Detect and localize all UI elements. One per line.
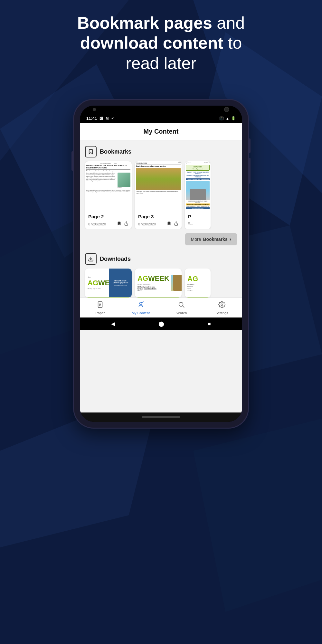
hero-text: Bookmark pages and download content to r… bbox=[0, 13, 322, 73]
wifi-icon: ▲ bbox=[226, 117, 229, 120]
downloads-header: Downloads bbox=[80, 253, 242, 269]
more-bold-label: Bookmarks bbox=[203, 237, 227, 242]
nav-label-paper: Paper bbox=[95, 311, 105, 315]
nav-label-settings: Settings bbox=[215, 311, 228, 315]
more-bookmarks-button[interactable]: More Bookmarks › bbox=[185, 233, 237, 245]
volume-button bbox=[71, 151, 73, 171]
volume-button-right bbox=[249, 158, 251, 184]
nav-item-my-content[interactable]: My Content bbox=[120, 298, 161, 317]
bookmark-icon bbox=[85, 146, 97, 157]
card-date-2: 07/20/2020 bbox=[138, 222, 156, 226]
card-meta-2: 07/20/2020 bbox=[138, 221, 178, 227]
status-bar: 11:41 🖼 M ✓ 📳 ▲ 🔋 bbox=[80, 113, 242, 123]
search-icon bbox=[178, 301, 185, 310]
bookmarks-header: Bookmarks bbox=[80, 146, 242, 161]
card-body-1: Page 2 07/20/2020 bbox=[85, 211, 132, 229]
svg-point-19 bbox=[221, 304, 223, 306]
card-actions-1 bbox=[117, 221, 128, 227]
bookmarks-title: Bookmarks bbox=[100, 148, 131, 155]
hero-bold-1: Bookmark pages bbox=[77, 14, 212, 32]
settings-icon bbox=[218, 301, 225, 310]
hero-light-3: read later bbox=[126, 54, 196, 72]
hero-bold-2: download content bbox=[80, 33, 223, 52]
check-icon: ✓ bbox=[111, 116, 114, 120]
android-nav-bar: ◀ ⬤ ■ bbox=[80, 317, 242, 330]
phone-mockup: 11:41 🖼 M ✓ 📳 ▲ 🔋 My Content bbox=[74, 100, 248, 428]
download-card-2[interactable]: AGWEEK Monday, July 20, 2020 SD family r… bbox=[135, 269, 182, 298]
bookmark-action-1[interactable] bbox=[117, 221, 121, 227]
downloads-cards-row: AG AGWEEK Monday, July 20, 2020 B SUPERI… bbox=[80, 269, 242, 298]
card-page-1: Page 2 bbox=[88, 214, 128, 219]
app-title: My Content bbox=[144, 128, 179, 135]
bottom-nav: Paper My Content bbox=[80, 298, 242, 317]
svg-rect-12 bbox=[98, 302, 102, 308]
bookmarks-section: Bookmarks REGIONAL NEWS 1999 HMONG FARME… bbox=[80, 141, 242, 251]
battery-icon: 🔋 bbox=[231, 116, 236, 120]
bookmarks-cards-row: REGIONAL NEWS 1999 HMONG FARMERS USE MN-… bbox=[80, 161, 242, 229]
hero-light-1: and bbox=[212, 14, 245, 32]
card-thumb-2: REGIONAL NEWS 1999 Study: Farmers produc… bbox=[135, 161, 182, 211]
chevron-right-icon: › bbox=[230, 236, 231, 242]
card-body-3: P 0... bbox=[185, 211, 211, 228]
card-page-2: Page 3 bbox=[138, 214, 178, 219]
nav-label-search: Search bbox=[176, 311, 187, 315]
download-icon bbox=[85, 253, 97, 265]
svg-point-16 bbox=[139, 302, 142, 305]
android-home-button[interactable]: ⬤ bbox=[158, 321, 164, 327]
downloads-section: Downloads AG AGWEEK Monday, bbox=[80, 251, 242, 298]
paper-icon bbox=[97, 301, 104, 310]
gmail-icon: M bbox=[106, 117, 109, 120]
main-camera bbox=[224, 107, 229, 112]
card-meta-1: 07/20/2020 bbox=[88, 221, 128, 227]
download-card-3[interactable]: AG Coronaviruspandemicmeanschanges... bbox=[185, 269, 211, 298]
share-action-2[interactable] bbox=[174, 221, 178, 227]
nav-label-my-content: My Content bbox=[132, 311, 150, 315]
card-actions-2 bbox=[167, 221, 178, 227]
time-display: 11:41 bbox=[86, 116, 97, 121]
bookmark-card-2[interactable]: REGIONAL NEWS 1999 Study: Farmers produc… bbox=[135, 161, 182, 229]
vibrate-icon: 📳 bbox=[219, 116, 224, 120]
card-date-3: 0... bbox=[188, 221, 193, 225]
download-thumb-2: AGWEEK Monday, July 20, 2020 SD family r… bbox=[135, 269, 182, 298]
bookmark-card-1[interactable]: REGIONAL NEWS 1999 HMONG FARMERS USE MN-… bbox=[85, 161, 132, 229]
app-header: My Content bbox=[80, 123, 242, 141]
svg-line-18 bbox=[183, 306, 184, 308]
power-button bbox=[249, 138, 251, 153]
android-recents-button[interactable]: ■ bbox=[208, 321, 211, 327]
home-bar bbox=[142, 416, 180, 418]
card-date-1: 07/20/2020 bbox=[88, 222, 106, 226]
hero-light-2: to bbox=[223, 33, 242, 52]
android-back-button[interactable]: ◀ bbox=[111, 321, 115, 327]
more-label: More bbox=[191, 237, 201, 242]
card-meta-3: 0... bbox=[188, 221, 207, 225]
nav-item-search[interactable]: Search bbox=[161, 298, 202, 317]
nav-item-settings[interactable]: Settings bbox=[202, 298, 242, 317]
bookmark-action-2[interactable] bbox=[167, 221, 171, 227]
bookmark-card-3[interactable]: agweek.com866.822.9145 SUPERIORGrain Equ… bbox=[185, 161, 211, 229]
app-screen: My Content Bookmarks bbox=[80, 123, 242, 412]
card-thumb-1: REGIONAL NEWS 1999 HMONG FARMERS USE MN-… bbox=[85, 161, 132, 211]
small-camera bbox=[93, 108, 96, 111]
share-action-1[interactable] bbox=[124, 221, 128, 227]
download-thumb-1: AG AGWEEK Monday, July 20, 2020 B SUPERI… bbox=[85, 269, 132, 298]
home-indicator bbox=[80, 412, 242, 422]
more-bookmarks-row: More Bookmarks › bbox=[80, 229, 242, 251]
status-bar-right: 📳 ▲ 🔋 bbox=[219, 116, 236, 120]
nav-item-paper[interactable]: Paper bbox=[80, 298, 120, 317]
download-thumb-3: AG Coronaviruspandemicmeanschanges... bbox=[185, 269, 211, 298]
svg-point-17 bbox=[179, 302, 183, 307]
status-bar-left: 11:41 🖼 M ✓ bbox=[86, 116, 114, 121]
card-body-2: Page 3 07/20/2020 bbox=[135, 211, 182, 229]
card-thumb-3: agweek.com866.822.9145 SUPERIORGrain Equ… bbox=[185, 161, 211, 211]
my-content-icon bbox=[137, 301, 144, 310]
download-card-1[interactable]: AG AGWEEK Monday, July 20, 2020 B SUPERI… bbox=[85, 269, 132, 298]
card-page-3: P bbox=[188, 214, 207, 219]
downloads-title: Downloads bbox=[100, 256, 131, 262]
camera-area bbox=[80, 106, 242, 113]
photo-icon: 🖼 bbox=[99, 117, 103, 120]
